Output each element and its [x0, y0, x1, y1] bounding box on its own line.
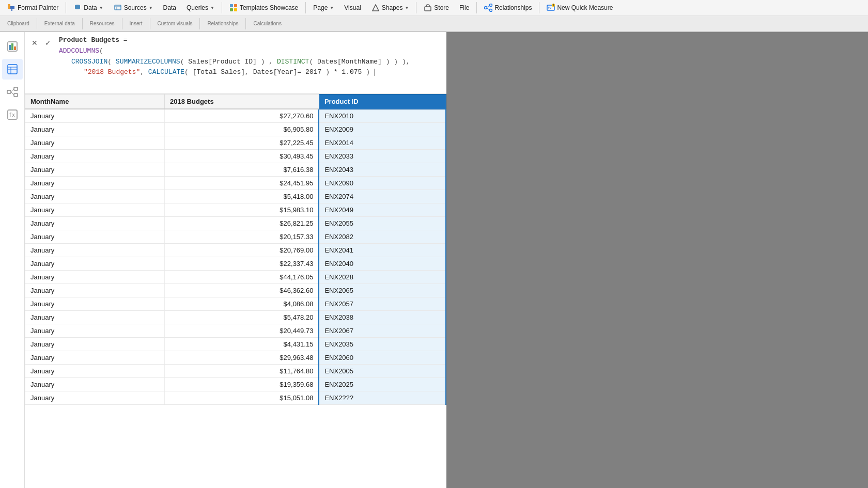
table-row[interactable]: January$15,983.10ENX2049 — [25, 203, 446, 217]
table-cell: ENX2041 — [319, 244, 446, 257]
svg-rect-28 — [8, 65, 17, 74]
table-row[interactable]: January$5,478.20ENX2038 — [25, 311, 446, 324]
table-row[interactable]: January$20,769.00ENX2041 — [25, 244, 446, 257]
queries-button[interactable]: Queries ▼ — [181, 0, 220, 15]
table-cell: ENX2074 — [319, 190, 446, 203]
formula-bar: ✕ ✓ Product Budgets = ADDCOLUMNS( CROSSJ… — [25, 32, 446, 94]
table-row[interactable]: January$24,451.95ENX2090 — [25, 177, 446, 190]
svg-rect-10 — [234, 4, 237, 7]
table-row[interactable]: January$15,051.08ENX2??? — [25, 391, 446, 405]
formula-content[interactable]: Product Budgets = ADDCOLUMNS( CROSSJOIN(… — [59, 35, 442, 78]
table-row[interactable]: January$11,764.80ENX2005 — [25, 365, 446, 378]
header-2018budgets[interactable]: 2018 Budgets — [165, 95, 319, 109]
table-cell: January — [25, 351, 165, 365]
shapes-button[interactable]: Shapes ▼ — [366, 0, 414, 15]
header-row: MonthName 2018 Budgets Product ID — [25, 95, 446, 109]
model-view-icon[interactable] — [2, 82, 23, 102]
table-row[interactable]: January$4,431.15ENX2035 — [25, 338, 446, 351]
svg-rect-12 — [234, 8, 237, 11]
table-cell: ENX2067 — [319, 324, 446, 338]
svg-rect-11 — [230, 8, 233, 11]
svg-point-5 — [75, 7, 80, 9]
table-row[interactable]: January$46,362.60ENX2065 — [25, 284, 446, 297]
relationships-button[interactable]: Relationships — [479, 0, 537, 15]
table-cell: $30,493.45 — [165, 150, 319, 163]
clipboard-label: Clipboard — [2, 21, 35, 26]
visual-button[interactable]: Visual — [339, 0, 366, 15]
table-cell: $4,431.15 — [165, 338, 319, 351]
table-cell: $44,176.05 — [165, 271, 319, 284]
data-table-wrapper[interactable]: MonthName 2018 Budgets Product ID Januar… — [25, 94, 446, 488]
svg-text:+: + — [553, 4, 555, 7]
format-painter-button[interactable]: Format Painter — [2, 0, 64, 15]
table-row[interactable]: January$26,821.25ENX2055 — [25, 217, 446, 230]
table-row[interactable]: January$19,359.68ENX2025 — [25, 378, 446, 391]
new-quick-measure-button[interactable]: fx+ New Quick Measure — [541, 0, 618, 15]
divider-4 — [416, 2, 416, 13]
header-productid[interactable]: Product ID — [319, 95, 446, 109]
table-row[interactable]: January$27,270.60ENX2010 — [25, 109, 446, 123]
table-cell: $20,157.33 — [165, 230, 319, 244]
table-cell: ENX2060 — [319, 351, 446, 365]
store-button[interactable]: Store — [419, 0, 454, 15]
sources-button[interactable]: Sources ▼ — [109, 0, 158, 15]
svg-text:fx: fx — [548, 6, 551, 10]
page-button[interactable]: Page ▼ — [308, 0, 339, 15]
table-cell: January — [25, 217, 165, 230]
table-cell: $15,051.08 — [165, 391, 319, 405]
svg-point-16 — [490, 4, 492, 7]
data-button[interactable]: Data ▼ — [68, 0, 108, 15]
templates-showcase-button[interactable]: Templates Showcase — [224, 0, 303, 15]
table-cell: $27,225.45 — [165, 136, 319, 150]
ribbon-row-1: Format Painter Data ▼ Sources ▼ Data Que… — [0, 0, 868, 16]
store-icon — [424, 4, 432, 12]
table-row[interactable]: January$7,616.38ENX2043 — [25, 163, 446, 177]
table-cell: January — [25, 123, 165, 136]
file-button[interactable]: File — [454, 0, 474, 15]
table-cell: $7,616.38 — [165, 163, 319, 177]
table-cell: ENX2035 — [319, 338, 446, 351]
table-cell: January — [25, 244, 165, 257]
table-cell: $4,086.08 — [165, 297, 319, 311]
dax-query-icon[interactable]: fx — [2, 104, 23, 125]
table-cell: January — [25, 271, 165, 284]
header-monthname[interactable]: MonthName — [25, 95, 165, 109]
divider-6 — [539, 2, 539, 13]
table-cell: ENX2057 — [319, 297, 446, 311]
report-view-icon[interactable] — [2, 36, 23, 57]
svg-rect-14 — [425, 7, 431, 11]
table-row[interactable]: January$20,157.33ENX2082 — [25, 230, 446, 244]
table-cell: $6,905.80 — [165, 123, 319, 136]
formula-line-2: CROSSJOIN( SUMMARIZECOLUMNS( Sales[Produ… — [59, 57, 442, 68]
table-row[interactable]: January$20,449.73ENX2067 — [25, 324, 446, 338]
table-row[interactable]: January$6,905.80ENX2009 — [25, 123, 446, 136]
data-table: MonthName 2018 Budgets Product ID Januar… — [25, 94, 446, 405]
data-view-icon[interactable] — [2, 59, 23, 80]
table-cell: January — [25, 324, 165, 338]
table-cell: January — [25, 163, 165, 177]
table-cell: $11,764.80 — [165, 365, 319, 378]
sources-chevron: ▼ — [149, 6, 153, 10]
table-cell: ENX2009 — [319, 123, 446, 136]
table-row[interactable]: January$30,493.45ENX2033 — [25, 150, 446, 163]
table-cell: January — [25, 190, 165, 203]
table-row[interactable]: January$27,225.45ENX2014 — [25, 136, 446, 150]
data-button-2[interactable]: Data — [158, 0, 181, 15]
table-row[interactable]: January$29,963.48ENX2060 — [25, 351, 446, 365]
gray-background — [446, 32, 868, 488]
svg-rect-9 — [230, 4, 233, 7]
cancel-formula-button[interactable]: ✕ — [29, 37, 40, 49]
table-row[interactable]: January$4,086.08ENX2057 — [25, 297, 446, 311]
table-cell: ENX2025 — [319, 378, 446, 391]
data-chevron: ▼ — [99, 6, 103, 10]
insert-label: Insert — [125, 21, 148, 26]
resources-label: Resources — [85, 21, 120, 26]
table-row[interactable]: January$44,176.05ENX2028 — [25, 271, 446, 284]
table-row[interactable]: January$5,418.00ENX2074 — [25, 190, 446, 203]
confirm-formula-button[interactable]: ✓ — [42, 37, 54, 49]
relationships-label-bottom: Relationships — [202, 21, 243, 26]
table-cell: January — [25, 338, 165, 351]
formula-controls: ✕ ✓ — [29, 35, 54, 49]
svg-point-15 — [485, 7, 487, 9]
table-row[interactable]: January$22,337.43ENX2040 — [25, 257, 446, 271]
